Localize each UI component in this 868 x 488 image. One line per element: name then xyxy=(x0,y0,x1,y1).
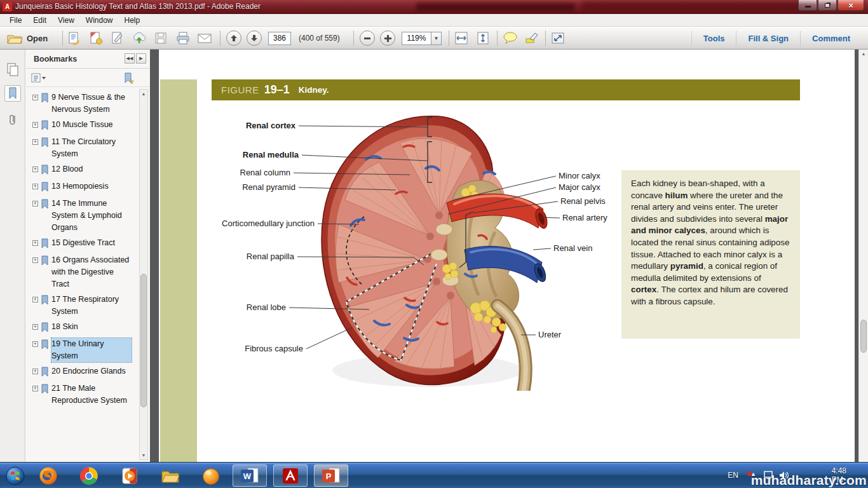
zoom-in-button[interactable] xyxy=(380,30,395,46)
gom-player-button[interactable] xyxy=(201,466,221,486)
panel-divider[interactable] xyxy=(150,50,159,462)
zoom-out-button[interactable] xyxy=(360,30,375,46)
document-scrollbar[interactable]: ▲ xyxy=(858,50,868,462)
bookmark-label[interactable]: 11 The Circulatory System xyxy=(51,136,132,160)
close-button[interactable]: × xyxy=(837,0,864,11)
bookmark-label[interactable]: 19 The Urinary System xyxy=(51,338,132,362)
bookmark-item[interactable]: + 18 Skin xyxy=(32,321,139,335)
print-button[interactable] xyxy=(175,30,191,46)
powerpoint-task-button[interactable]: P xyxy=(314,464,348,487)
firefox-button[interactable] xyxy=(38,466,58,486)
bookmark-item[interactable]: + 11 The Circulatory System xyxy=(32,136,139,160)
bookmark-label[interactable]: 10 Muscle Tissue xyxy=(51,119,113,131)
bookmark-label[interactable]: 20 Endocrine Glands xyxy=(51,365,126,377)
fit-width-button[interactable] xyxy=(454,30,469,46)
figure-label: Renal artery xyxy=(562,213,607,222)
media-player-button[interactable] xyxy=(119,466,140,486)
export-pdf-button[interactable] xyxy=(67,30,81,46)
bookmark-item[interactable]: + 16 Organs Associated with the Digestiv… xyxy=(32,254,139,290)
bookmarks-panel-button[interactable] xyxy=(4,85,21,102)
bookmark-label[interactable]: 21 The Male Reproductive System xyxy=(51,383,132,407)
scroll-down-icon[interactable]: ▼ xyxy=(140,451,147,459)
expand-icon[interactable]: + xyxy=(32,166,38,172)
expand-icon[interactable]: + xyxy=(32,257,38,263)
zoom-level-select[interactable]: 119%▼ xyxy=(402,30,442,46)
expand-icon[interactable]: + xyxy=(32,240,38,246)
expand-icon[interactable]: + xyxy=(32,201,38,207)
bookmark-item[interactable]: + 15 Digestive Tract xyxy=(32,237,139,251)
restore-button[interactable] xyxy=(818,0,837,11)
bookmark-label[interactable]: 14 The Immune System & Lymphoid Organs xyxy=(51,198,132,234)
panel-options-button[interactable]: ▶ xyxy=(136,53,146,64)
chrome-button[interactable] xyxy=(79,466,99,486)
gom-player-icon xyxy=(201,466,220,485)
explorer-button[interactable] xyxy=(160,466,180,486)
bookmark-item[interactable]: + 12 Blood xyxy=(32,163,139,177)
save-button[interactable] xyxy=(154,30,168,46)
expand-icon[interactable]: + xyxy=(32,184,38,189)
fit-page-button[interactable] xyxy=(475,30,491,46)
bookmark-item[interactable]: + 14 The Immune System & Lymphoid Organs xyxy=(32,198,139,234)
menu-item[interactable]: Window xyxy=(80,15,119,26)
toolbar-tab[interactable]: Fill & Sign xyxy=(736,31,800,46)
toolbar-tab[interactable]: Tools xyxy=(691,31,736,46)
menu-item[interactable]: View xyxy=(52,15,80,26)
expand-icon[interactable]: + xyxy=(32,386,38,391)
scroll-up-icon[interactable]: ▲ xyxy=(860,50,867,58)
bookmark-icon xyxy=(41,339,49,352)
language-indicator[interactable]: EN xyxy=(728,471,738,480)
expand-icon[interactable]: + xyxy=(32,369,38,374)
bookmark-label[interactable]: 18 Skin xyxy=(51,321,78,333)
minimize-button[interactable] xyxy=(798,0,817,11)
expand-icon[interactable]: + xyxy=(32,95,38,100)
scrollbar-thumb[interactable] xyxy=(860,320,867,353)
bookmark-label[interactable]: 15 Digestive Tract xyxy=(51,237,115,249)
page-number-input[interactable]: 386 xyxy=(268,30,291,46)
comment-bubble-button[interactable] xyxy=(502,30,519,46)
fullscreen-button[interactable] xyxy=(550,30,566,46)
sign-button[interactable] xyxy=(111,30,125,46)
bookmark-label[interactable]: 12 Blood xyxy=(51,163,83,175)
expand-icon[interactable]: + xyxy=(32,122,38,128)
expand-icon[interactable]: + xyxy=(32,297,38,302)
create-pdf-button[interactable] xyxy=(89,30,103,46)
expand-icon[interactable]: + xyxy=(32,324,38,330)
bookmark-label[interactable]: 16 Organs Associated with the Digestive … xyxy=(51,254,132,290)
menu-item[interactable]: Edit xyxy=(27,15,52,26)
bookmark-item[interactable]: + 13 Hemopoiesis xyxy=(32,180,139,194)
bookmark-item[interactable]: + 21 The Male Reproductive System xyxy=(32,383,139,407)
chevron-down-icon[interactable]: ▼ xyxy=(431,32,442,45)
bookmarks-scrollbar[interactable]: ▲ ▼ xyxy=(139,89,148,460)
bookmark-label[interactable]: 9 Nerve Tissue & the Nervous System xyxy=(51,92,132,116)
open-button[interactable]: Open xyxy=(6,30,48,46)
start-button[interactable] xyxy=(5,466,25,486)
upload-cloud-button[interactable] xyxy=(132,30,146,46)
attachments-button[interactable] xyxy=(4,112,21,128)
bookmark-label[interactable]: 17 The Respiratory System xyxy=(51,294,132,318)
highlight-button[interactable] xyxy=(524,30,540,46)
collapse-panel-button[interactable]: ◀◀ xyxy=(125,53,135,64)
bookmark-item[interactable]: + 17 The Respiratory System xyxy=(32,294,139,318)
menu-item[interactable]: Help xyxy=(119,15,146,26)
email-button[interactable] xyxy=(197,30,212,46)
new-bookmark-icon[interactable] xyxy=(123,72,135,84)
toolbar-separator xyxy=(497,30,498,46)
menu-item[interactable]: File xyxy=(4,15,27,26)
adobe-reader-task-button[interactable] xyxy=(273,464,308,487)
bookmark-item[interactable]: + 19 The Urinary System xyxy=(32,338,139,362)
toolbar-tab[interactable]: Comment xyxy=(800,31,862,46)
page-thumbnails-button[interactable] xyxy=(4,61,21,78)
word-task-button[interactable]: W xyxy=(233,464,267,487)
bookmark-item[interactable]: + 20 Endocrine Glands xyxy=(32,365,139,379)
expand-icon[interactable]: + xyxy=(32,139,38,145)
scrollbar-thumb[interactable] xyxy=(140,274,147,407)
bookmark-item[interactable]: + 10 Muscle Tissue xyxy=(32,119,139,133)
expand-icon[interactable]: + xyxy=(32,341,38,347)
scroll-up-icon[interactable]: ▲ xyxy=(140,90,147,98)
plus-icon xyxy=(384,34,391,42)
bookmark-label[interactable]: 13 Hemopoiesis xyxy=(51,180,109,193)
options-menu-icon[interactable] xyxy=(31,73,46,83)
next-page-button[interactable] xyxy=(247,30,262,46)
bookmark-item[interactable]: + 9 Nerve Tissue & the Nervous System xyxy=(32,92,139,116)
previous-page-button[interactable] xyxy=(226,30,241,46)
